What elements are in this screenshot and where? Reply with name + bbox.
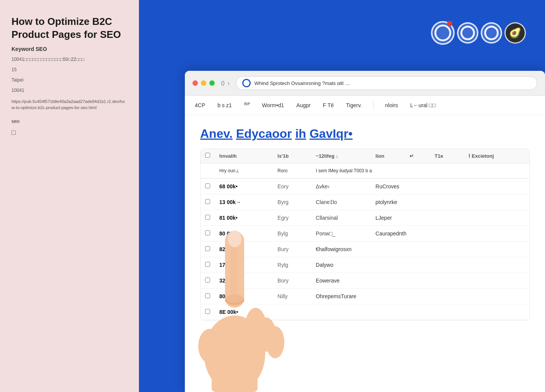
intent-6: Dalywo — [311, 257, 529, 273]
intent-3: Cllarsinal — [311, 210, 371, 226]
svg-point-9 — [228, 230, 241, 247]
toolbar-item-1[interactable]: b s z1 — [215, 101, 234, 110]
title-part3-text: ih — [295, 127, 306, 140]
sidebar-url: https://pub-5c454f571b8e40a3a2aad27ade84… — [11, 99, 127, 111]
toolbar-item-tiger[interactable]: Tigerv. — [344, 101, 364, 110]
kw-4: Caurapednth — [371, 226, 529, 242]
sidebar: How to Optimize B2C Product Pages for SE… — [0, 0, 139, 392]
sidebar-title: How to Optimize B2C Product Pages for SE… — [11, 15, 127, 41]
sidebar-icon: □ — [11, 129, 127, 137]
sub-isem: I sem IMey iludyal T003 b a — [311, 163, 529, 178]
address-text: Whind Sprotech Ovsamroning ?mats αitl … — [255, 80, 531, 86]
toolbar-item-nloirs[interactable]: nloirs — [383, 101, 400, 110]
browser-icon-2 — [457, 22, 478, 44]
th-excietonj[interactable]: ⌇ Excietonj — [463, 149, 529, 163]
nav-buttons: ⟨⟩ › — [221, 80, 230, 86]
traffic-lights — [193, 80, 215, 86]
table-subheader-row: Hry oun⊥ Roro I sem IMey iludyal T003 b … — [201, 163, 529, 178]
title-part1: Anev. — [200, 127, 233, 140]
sidebar-meta-line3: Taipei — [11, 77, 127, 84]
top-bar: 🥑 — [139, 0, 545, 71]
browser-window: ⟨⟩ › Whind Sprotech Ovsamroning ?mats αi… — [185, 71, 545, 392]
toolbar-item-0[interactable]: 4CP — [193, 101, 207, 110]
maximize-button[interactable] — [209, 80, 215, 86]
close-button[interactable] — [193, 80, 198, 86]
intent-5: €halfowigrosxn — [311, 242, 529, 257]
browser-icon-3 — [481, 22, 502, 44]
svg-rect-7 — [212, 369, 258, 392]
sidebar-meta-line1: 10041□□□□□□□□□□□□□□50□22□□□ — [11, 56, 127, 63]
kw-2: ptolynrke — [371, 194, 529, 210]
divider — [373, 101, 374, 110]
th-hnvalih[interactable]: hnvalih — [215, 149, 273, 163]
intent-7: Eowerave — [311, 273, 529, 289]
th-checkbox — [201, 149, 215, 163]
browser-icon-1 — [431, 21, 455, 45]
intent-2: Clane‡lo — [311, 194, 371, 210]
security-icon — [242, 79, 251, 87]
th-lstb[interactable]: ls'1b — [273, 149, 311, 163]
table-header-row: hnvalih ls'1b ~12lifeg ↓ lion ↵ T1ĸ ⌇ Ex… — [201, 149, 529, 163]
kw-3: LJeper — [371, 210, 529, 226]
toolbar-item-augpr[interactable]: Augpr — [294, 101, 313, 110]
sub-roro: Roro — [273, 163, 311, 178]
sub-hryoun: Hry oun⊥ — [215, 163, 273, 178]
toolbar-item-worm[interactable]: Worm•d1 — [260, 101, 287, 110]
th-12lifeg[interactable]: ~12lifeg ↓ — [311, 149, 371, 163]
kd-1: Eory — [273, 178, 311, 194]
table-row: 68 00k• Eory Δvke› RuCroves — [201, 178, 529, 194]
kw-1: RuCroves — [371, 178, 529, 194]
vol-1: 68 00k• — [215, 178, 273, 194]
forward-icon[interactable]: › — [228, 80, 230, 86]
toolbar-item-ural[interactable]: L←ural □□ — [408, 101, 438, 110]
sidebar-meta-line2: 15 — [11, 66, 127, 74]
title-part4-text: GavIqr• — [310, 127, 353, 140]
kd-9 — [273, 304, 529, 320]
sidebar-tag: seo — [11, 118, 127, 124]
minimize-button[interactable] — [201, 80, 206, 86]
browser-icon-4: 🥑 — [504, 22, 526, 44]
hand-pointer-overlay — [185, 201, 296, 392]
sidebar-meta-line4: 10041 — [11, 87, 127, 94]
toolbar: 4CP b s z1 ᴿᴾ Worm•d1 Augpr F Tē Tigerv.… — [185, 96, 545, 115]
th-t1k[interactable]: T1ĸ — [430, 149, 463, 163]
th-lion[interactable]: lion — [371, 149, 405, 163]
svg-point-1 — [198, 329, 221, 363]
sidebar-subtitle: Keyword SEO — [11, 46, 127, 52]
row-checkbox[interactable] — [205, 183, 210, 188]
th-arrow: ↵ — [405, 149, 430, 163]
intent-8: OhrepemsTurare — [311, 289, 529, 304]
main-area: 🥑 ⟨⟩ › Whind Sprotech Ovsamroning ?mats … — [139, 0, 545, 392]
content-title: Anev. Edycaoor ih GavIqr• — [200, 127, 530, 141]
browser-chrome: ⟨⟩ › Whind Sprotech Ovsamroning ?mats αi… — [185, 71, 545, 96]
select-all-checkbox[interactable] — [205, 153, 210, 158]
intent-4: Ponw□_ — [311, 226, 371, 242]
toolbar-item-te[interactable]: F Tē — [321, 101, 336, 110]
hand-svg — [185, 208, 288, 392]
svg-point-6 — [266, 326, 284, 358]
title-part2: Edycaoor — [236, 127, 292, 140]
back-icon[interactable]: ⟨⟩ — [221, 80, 225, 86]
address-bar[interactable]: Whind Sprotech Ovsamroning ?mats αitl … — [236, 76, 537, 90]
toolbar-item-2[interactable]: ᴿᴾ — [242, 100, 252, 111]
intent-1: Δvke› — [311, 178, 371, 194]
